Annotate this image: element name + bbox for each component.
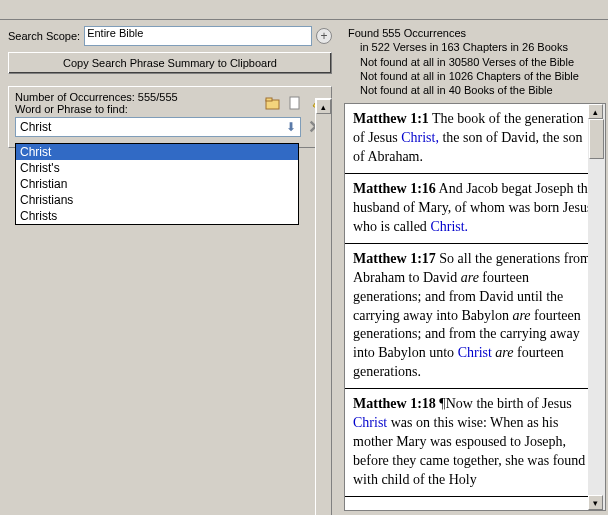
plus-icon: + [320,29,327,43]
result-item[interactable]: Matthew 1:17 So all the generations from… [345,244,605,389]
dropdown-item[interactable]: Christ's [16,160,298,176]
verse-reference: Matthew 1:18 [353,396,436,411]
italic-word: are [512,308,530,323]
panel-scrollbar[interactable]: ▴ [315,98,332,515]
result-item[interactable]: Matthew 1:1 The book of the generation o… [345,104,605,174]
main-area: Search Scope: Entire Bible + Copy Search… [0,20,608,515]
scroll-up-button[interactable]: ▴ [588,104,603,119]
phrase-input[interactable]: Christ ⬇ [15,117,301,137]
copy-summary-button[interactable]: Copy Search Phrase Summary to Clipboard [8,52,332,74]
phrase-label: Word or Phrase to find: [15,103,178,115]
verse-reference: Matthew 1:16 [353,181,436,196]
svg-rect-2 [290,97,299,109]
verse-text: ¶Now the birth of Jesus [436,396,572,411]
italic-word: are [495,345,513,360]
page-icon[interactable] [287,95,303,111]
result-item[interactable]: Matthew 1:18 ¶Now the birth of Jesus Chr… [345,389,605,496]
search-stats: Found 555 Occurrences in 522 Verses in 1… [344,24,608,103]
scope-select[interactable]: Entire Bible [84,26,312,46]
scroll-track[interactable] [588,159,605,495]
results-scrollbar[interactable]: ▴ ▾ [588,104,605,510]
italic-word: are [461,270,479,285]
results-list: Matthew 1:1 The book of the generation o… [344,103,606,511]
stats-line-2: in 522 Verses in 163 Chapters in 26 Book… [348,40,604,54]
folder-icon[interactable] [265,95,281,111]
verse-reference: Matthew 1:1 [353,111,429,126]
dropdown-arrow-icon[interactable]: ⬇ [286,120,296,134]
scope-row: Search Scope: Entire Bible + [8,26,332,46]
occurrences-label: Number of Occurrences: 555/555 [15,91,178,103]
verse-text: was on this wise: When as his mother Mar… [353,415,585,487]
add-scope-button[interactable]: + [316,28,332,44]
svg-rect-1 [266,98,272,101]
results-pane: Found 555 Occurrences in 522 Verses in 1… [340,20,608,515]
search-pane: Search Scope: Entire Bible + Copy Search… [0,20,340,515]
keyword-highlight: Christ, [401,130,439,145]
dropdown-item[interactable]: Christ [16,144,298,160]
stats-line-4: Not found at all in 1026 Chapters of the… [348,69,604,83]
keyword-highlight: Christ [353,415,387,430]
dropdown-item[interactable]: Christs [16,208,298,224]
scroll-down-button[interactable]: ▾ [588,495,603,510]
keyword-highlight: Christ. [430,219,468,234]
top-toolbar [0,0,608,20]
result-item[interactable]: Matthew 1:16 And Jacob begat Joseph the … [345,174,605,244]
stats-line-5: Not found at all in 40 Books of the Bibl… [348,83,604,97]
stats-line-3: Not found at all in 30580 Verses of the … [348,55,604,69]
scroll-up-button[interactable]: ▴ [316,99,331,114]
dropdown-item[interactable]: Christian [16,176,298,192]
verse-reference: Matthew 1:17 [353,251,436,266]
scroll-thumb[interactable] [589,119,604,159]
scope-value: Entire Bible [87,27,143,39]
autocomplete-dropdown: ChristChrist'sChristianChristiansChrists [15,143,299,225]
keyword-highlight: Christ [458,345,492,360]
dropdown-item[interactable]: Christians [16,192,298,208]
scope-label: Search Scope: [8,30,80,42]
stats-line-1: Found 555 Occurrences [348,26,604,40]
search-phrase-panel: Number of Occurrences: 555/555 Word or P… [8,86,332,148]
phrase-value: Christ [20,120,51,134]
